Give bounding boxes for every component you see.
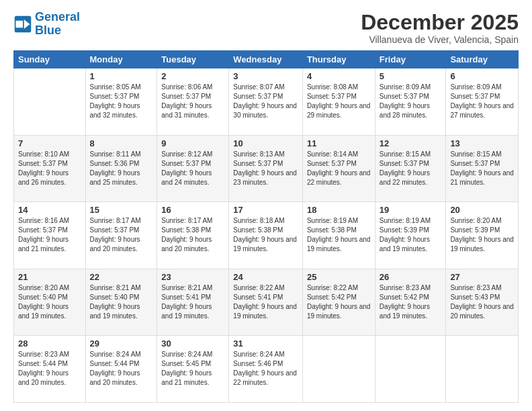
col-wednesday: Wednesday: [229, 51, 303, 68]
page: General Blue December 2025 Villanueva de…: [0, 0, 532, 411]
table-row: 2Sunrise: 8:06 AMSunset: 5:37 PMDaylight…: [157, 68, 229, 136]
table-row: 13Sunrise: 8:15 AMSunset: 5:37 PMDayligh…: [446, 135, 519, 202]
header: General Blue December 2025 Villanueva de…: [13, 11, 519, 45]
table-row: 24Sunrise: 8:22 AMSunset: 5:41 PMDayligh…: [229, 269, 303, 336]
table-row: [375, 336, 446, 403]
table-row: 18Sunrise: 8:19 AMSunset: 5:38 PMDayligh…: [302, 202, 375, 269]
table-row: 9Sunrise: 8:12 AMSunset: 5:37 PMDaylight…: [157, 135, 229, 202]
col-thursday: Thursday: [302, 51, 375, 68]
table-row: 1Sunrise: 8:05 AMSunset: 5:37 PMDaylight…: [85, 68, 157, 136]
calendar-table: Sunday Monday Tuesday Wednesday Thursday…: [13, 50, 519, 403]
table-row: 6Sunrise: 8:09 AMSunset: 5:37 PMDaylight…: [446, 68, 519, 136]
title-block: December 2025 Villanueva de Viver, Valen…: [361, 11, 519, 45]
table-row: [14, 68, 86, 136]
logo-icon: [13, 15, 32, 34]
table-row: 29Sunrise: 8:24 AMSunset: 5:44 PMDayligh…: [85, 336, 157, 403]
col-saturday: Saturday: [446, 51, 519, 68]
main-title: December 2025: [361, 11, 519, 34]
table-row: 25Sunrise: 8:22 AMSunset: 5:42 PMDayligh…: [302, 269, 375, 336]
table-row: 10Sunrise: 8:13 AMSunset: 5:37 PMDayligh…: [229, 135, 303, 202]
col-tuesday: Tuesday: [157, 51, 229, 68]
table-row: 5Sunrise: 8:09 AMSunset: 5:37 PMDaylight…: [375, 68, 446, 136]
col-sunday: Sunday: [14, 51, 86, 68]
table-row: 21Sunrise: 8:20 AMSunset: 5:40 PMDayligh…: [14, 269, 86, 336]
table-row: 7Sunrise: 8:10 AMSunset: 5:37 PMDaylight…: [14, 135, 86, 202]
table-row: [302, 336, 375, 403]
table-row: 16Sunrise: 8:17 AMSunset: 5:38 PMDayligh…: [157, 202, 229, 269]
table-row: 30Sunrise: 8:24 AMSunset: 5:45 PMDayligh…: [157, 336, 229, 403]
table-row: 3Sunrise: 8:07 AMSunset: 5:37 PMDaylight…: [229, 68, 303, 136]
table-row: 15Sunrise: 8:17 AMSunset: 5:37 PMDayligh…: [85, 202, 157, 269]
col-monday: Monday: [85, 51, 157, 68]
logo-line1: General: [35, 10, 80, 24]
subtitle: Villanueva de Viver, Valencia, Spain: [361, 34, 519, 45]
col-friday: Friday: [375, 51, 446, 68]
logo: General Blue: [13, 11, 80, 38]
table-row: [446, 336, 519, 403]
table-row: 19Sunrise: 8:19 AMSunset: 5:39 PMDayligh…: [375, 202, 446, 269]
table-row: 11Sunrise: 8:14 AMSunset: 5:37 PMDayligh…: [302, 135, 375, 202]
logo-text: General Blue: [35, 11, 80, 38]
table-row: 12Sunrise: 8:15 AMSunset: 5:37 PMDayligh…: [375, 135, 446, 202]
svg-rect-2: [16, 21, 24, 28]
table-row: 27Sunrise: 8:23 AMSunset: 5:43 PMDayligh…: [446, 269, 519, 336]
table-row: 22Sunrise: 8:21 AMSunset: 5:40 PMDayligh…: [85, 269, 157, 336]
table-row: 8Sunrise: 8:11 AMSunset: 5:36 PMDaylight…: [85, 135, 157, 202]
table-row: 4Sunrise: 8:08 AMSunset: 5:37 PMDaylight…: [302, 68, 375, 136]
table-row: 26Sunrise: 8:23 AMSunset: 5:42 PMDayligh…: [375, 269, 446, 336]
calendar-header-row: Sunday Monday Tuesday Wednesday Thursday…: [14, 51, 519, 68]
logo-line2: Blue: [35, 24, 61, 37]
table-row: 14Sunrise: 8:16 AMSunset: 5:37 PMDayligh…: [14, 202, 86, 269]
table-row: 23Sunrise: 8:21 AMSunset: 5:41 PMDayligh…: [157, 269, 229, 336]
table-row: 17Sunrise: 8:18 AMSunset: 5:38 PMDayligh…: [229, 202, 303, 269]
table-row: 28Sunrise: 8:23 AMSunset: 5:44 PMDayligh…: [14, 336, 86, 403]
table-row: 20Sunrise: 8:20 AMSunset: 5:39 PMDayligh…: [446, 202, 519, 269]
table-row: 31Sunrise: 8:24 AMSunset: 5:46 PMDayligh…: [229, 336, 303, 403]
